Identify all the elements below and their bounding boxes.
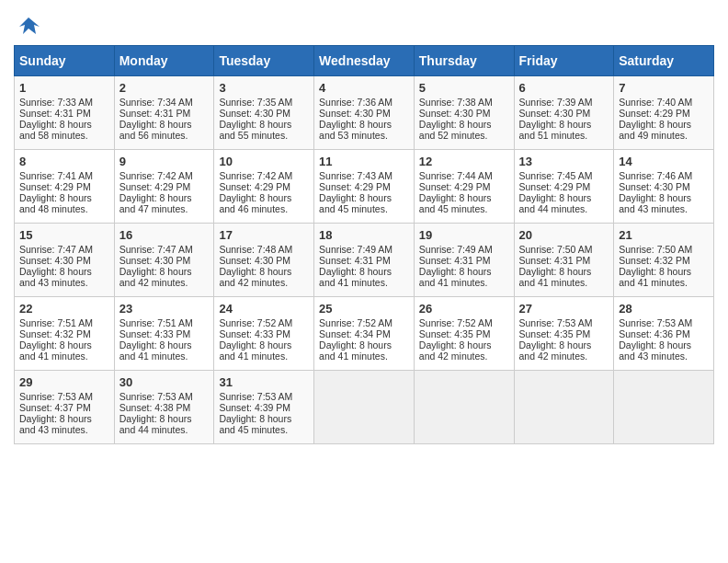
calendar-day-cell: 12Sunrise: 7:44 AMSunset: 4:29 PMDayligh…	[414, 150, 514, 224]
sunrise-text: Sunrise: 7:44 AM	[419, 170, 493, 181]
sunrise-text: Sunrise: 7:39 AM	[519, 97, 593, 108]
calendar-week-row: 15Sunrise: 7:47 AMSunset: 4:30 PMDayligh…	[15, 224, 714, 297]
calendar-day-cell: 1Sunrise: 7:33 AMSunset: 4:31 PMDaylight…	[15, 76, 115, 150]
sunset-text: Sunset: 4:33 PM	[119, 328, 191, 339]
calendar-day-cell	[314, 371, 415, 444]
daylight-text: Daylight: 8 hours and 41 minutes.	[319, 339, 392, 362]
day-number: 21	[619, 228, 709, 242]
sunrise-text: Sunrise: 7:53 AM	[519, 317, 593, 328]
sunrise-text: Sunrise: 7:42 AM	[119, 170, 193, 181]
daylight-text: Daylight: 8 hours and 43 minutes.	[619, 339, 691, 362]
sunset-text: Sunset: 4:31 PM	[519, 255, 591, 266]
daylight-text: Daylight: 8 hours and 52 minutes.	[419, 119, 492, 141]
calendar-day-cell: 7Sunrise: 7:40 AMSunset: 4:29 PMDaylight…	[614, 76, 714, 150]
logo-bird-icon	[16, 14, 41, 40]
sunrise-text: Sunrise: 7:53 AM	[19, 391, 93, 402]
daylight-text: Daylight: 8 hours and 42 minutes.	[519, 339, 592, 362]
day-of-week-header: Monday	[114, 46, 214, 76]
daylight-text: Daylight: 8 hours and 41 minutes.	[319, 266, 392, 288]
sunset-text: Sunset: 4:30 PM	[19, 255, 91, 266]
sunset-text: Sunset: 4:32 PM	[619, 255, 690, 266]
daylight-text: Daylight: 8 hours and 41 minutes.	[619, 266, 691, 288]
daylight-text: Daylight: 8 hours and 56 minutes.	[119, 119, 192, 141]
sunrise-text: Sunrise: 7:41 AM	[19, 170, 93, 181]
sunset-text: Sunset: 4:30 PM	[119, 255, 191, 266]
sunrise-text: Sunrise: 7:42 AM	[219, 170, 292, 181]
calendar-day-cell	[514, 371, 614, 444]
calendar-header-row: SundayMondayTuesdayWednesdayThursdayFrid…	[15, 46, 714, 76]
daylight-text: Daylight: 8 hours and 49 minutes.	[619, 119, 691, 141]
day-of-week-header: Wednesday	[314, 46, 415, 76]
sunrise-text: Sunrise: 7:48 AM	[219, 244, 292, 255]
day-number: 11	[319, 155, 409, 168]
sunset-text: Sunset: 4:39 PM	[219, 402, 290, 413]
daylight-text: Daylight: 8 hours and 45 minutes.	[419, 192, 492, 214]
day-of-week-header: Friday	[514, 46, 614, 76]
day-number: 27	[519, 302, 609, 316]
sunrise-text: Sunrise: 7:50 AM	[619, 244, 692, 255]
calendar-week-row: 29Sunrise: 7:53 AMSunset: 4:37 PMDayligh…	[15, 371, 714, 444]
sunrise-text: Sunrise: 7:53 AM	[119, 391, 193, 402]
sunset-text: Sunset: 4:30 PM	[519, 108, 591, 119]
day-number: 20	[519, 228, 609, 242]
calendar-day-cell: 8Sunrise: 7:41 AMSunset: 4:29 PMDaylight…	[15, 150, 115, 224]
sunrise-text: Sunrise: 7:47 AM	[19, 244, 93, 255]
sunset-text: Sunset: 4:29 PM	[319, 181, 391, 192]
daylight-text: Daylight: 8 hours and 51 minutes.	[519, 119, 592, 141]
day-of-week-header: Sunday	[15, 46, 115, 76]
calendar-day-cell: 14Sunrise: 7:46 AMSunset: 4:30 PMDayligh…	[614, 150, 714, 224]
sunrise-text: Sunrise: 7:52 AM	[219, 317, 292, 328]
calendar-day-cell: 26Sunrise: 7:52 AMSunset: 4:35 PMDayligh…	[414, 297, 514, 371]
calendar-day-cell: 28Sunrise: 7:53 AMSunset: 4:36 PMDayligh…	[614, 297, 714, 371]
day-number: 8	[19, 155, 109, 168]
daylight-text: Daylight: 8 hours and 41 minutes.	[219, 339, 291, 362]
calendar-day-cell: 13Sunrise: 7:45 AMSunset: 4:29 PMDayligh…	[514, 150, 614, 224]
calendar-day-cell: 22Sunrise: 7:51 AMSunset: 4:32 PMDayligh…	[15, 297, 115, 371]
page-header	[14, 14, 714, 36]
sunrise-text: Sunrise: 7:36 AM	[319, 97, 392, 108]
daylight-text: Daylight: 8 hours and 41 minutes.	[419, 266, 492, 288]
day-of-week-header: Tuesday	[214, 46, 314, 76]
day-number: 6	[519, 81, 609, 95]
sunrise-text: Sunrise: 7:53 AM	[219, 391, 292, 402]
daylight-text: Daylight: 8 hours and 42 minutes.	[419, 339, 492, 362]
day-number: 10	[219, 155, 309, 168]
day-number: 7	[619, 81, 709, 95]
day-number: 16	[119, 228, 210, 242]
sunrise-text: Sunrise: 7:53 AM	[619, 317, 692, 328]
calendar-day-cell: 18Sunrise: 7:49 AMSunset: 4:31 PMDayligh…	[314, 224, 415, 297]
day-number: 28	[619, 302, 709, 316]
sunrise-text: Sunrise: 7:40 AM	[619, 97, 692, 108]
sunset-text: Sunset: 4:31 PM	[119, 108, 191, 119]
sunset-text: Sunset: 4:31 PM	[419, 255, 491, 266]
calendar-day-cell: 2Sunrise: 7:34 AMSunset: 4:31 PMDaylight…	[114, 76, 214, 150]
day-number: 25	[319, 302, 409, 316]
daylight-text: Daylight: 8 hours and 53 minutes.	[319, 119, 392, 141]
daylight-text: Daylight: 8 hours and 45 minutes.	[219, 413, 291, 435]
sunset-text: Sunset: 4:29 PM	[119, 181, 191, 192]
daylight-text: Daylight: 8 hours and 45 minutes.	[319, 192, 392, 214]
daylight-text: Daylight: 8 hours and 41 minutes.	[119, 339, 192, 362]
calendar-day-cell: 20Sunrise: 7:50 AMSunset: 4:31 PMDayligh…	[514, 224, 614, 297]
daylight-text: Daylight: 8 hours and 44 minutes.	[119, 413, 192, 435]
sunset-text: Sunset: 4:33 PM	[219, 328, 290, 339]
sunset-text: Sunset: 4:29 PM	[419, 181, 491, 192]
calendar-day-cell	[614, 371, 714, 444]
calendar-day-cell: 23Sunrise: 7:51 AMSunset: 4:33 PMDayligh…	[114, 297, 214, 371]
sunset-text: Sunset: 4:35 PM	[419, 328, 491, 339]
day-number: 29	[19, 375, 109, 389]
sunset-text: Sunset: 4:31 PM	[319, 255, 391, 266]
calendar-day-cell: 6Sunrise: 7:39 AMSunset: 4:30 PMDaylight…	[514, 76, 614, 150]
sunset-text: Sunset: 4:30 PM	[619, 181, 690, 192]
sunrise-text: Sunrise: 7:50 AM	[519, 244, 593, 255]
daylight-text: Daylight: 8 hours and 41 minutes.	[19, 339, 92, 362]
day-number: 2	[119, 81, 210, 95]
daylight-text: Daylight: 8 hours and 43 minutes.	[19, 266, 92, 288]
sunset-text: Sunset: 4:30 PM	[419, 108, 491, 119]
calendar-day-cell: 3Sunrise: 7:35 AMSunset: 4:30 PMDaylight…	[214, 76, 314, 150]
calendar-day-cell: 27Sunrise: 7:53 AMSunset: 4:35 PMDayligh…	[514, 297, 614, 371]
sunset-text: Sunset: 4:31 PM	[19, 108, 91, 119]
sunrise-text: Sunrise: 7:46 AM	[619, 170, 692, 181]
sunrise-text: Sunrise: 7:35 AM	[219, 97, 292, 108]
calendar-week-row: 8Sunrise: 7:41 AMSunset: 4:29 PMDaylight…	[15, 150, 714, 224]
